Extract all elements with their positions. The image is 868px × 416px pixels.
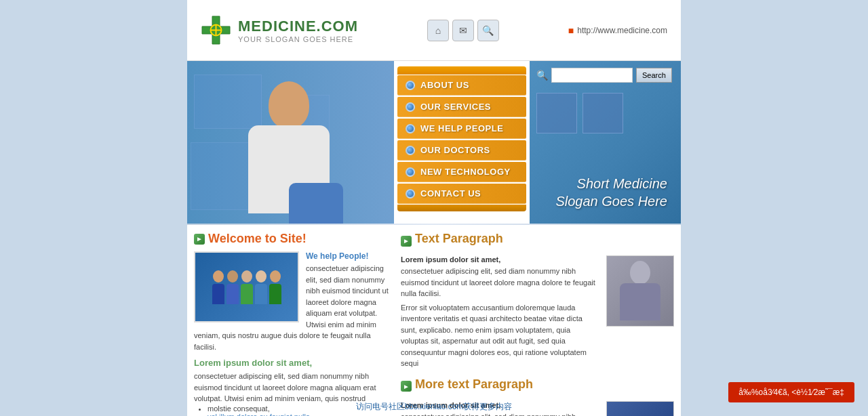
- nav-item-help[interactable]: WE HELP PEOPLE: [397, 119, 526, 139]
- home-button[interactable]: ⌂: [427, 20, 449, 41]
- welcome-heading: Welcome to Site!: [208, 232, 307, 246]
- search-submit-button[interactable]: Search: [636, 68, 672, 83]
- text-para-heading: Text Paragraph: [415, 232, 503, 246]
- doctor-body: [248, 125, 330, 213]
- welcome-section-title: ► Welcome to Site!: [194, 232, 391, 246]
- nav-label-services: OUR SERVICES: [420, 102, 491, 112]
- logo-area: MEDICINE.COM YOUR SLOGAN GOES HERE: [201, 15, 358, 45]
- fig5-head: [270, 270, 281, 283]
- nav-top-bar: [397, 66, 526, 75]
- para-text-2: Lorem ipsum dolor sit amet, consectetuer…: [401, 401, 599, 417]
- header-icons: ⌂ ✉ 🔍: [427, 20, 499, 41]
- site-url: http://www.medicine.com: [577, 26, 667, 35]
- lorem-body-left: consectetuer adipiscing elit, sed diam n…: [194, 371, 391, 404]
- left-column: ► Welcome to Site!: [194, 232, 391, 416]
- para-body-text-2: Error sit voluoptatem accusantium dolore…: [401, 302, 599, 369]
- fig1-head: [213, 270, 224, 283]
- mail-icon: ✉: [459, 25, 467, 36]
- site-slogan: YOUR SLOGAN GOES HERE: [238, 35, 358, 43]
- para-body-text-1: consectetuer adipiscing elit, sed diam n…: [401, 266, 599, 299]
- fig5-body: [269, 284, 281, 304]
- bullet-item-1: molstie consequat,: [208, 404, 391, 413]
- mail-button[interactable]: ✉: [452, 20, 474, 41]
- content-area: ► Welcome to Site!: [187, 225, 681, 416]
- team-figures: [212, 270, 281, 304]
- text-para-section-title: ► Text Paragraph: [401, 232, 674, 250]
- nav-bullet-doctors: [406, 146, 415, 155]
- doc-sil-head: [630, 261, 650, 285]
- nav-label-doctors: OUR DOCTORS: [420, 145, 490, 155]
- fig3-body: [241, 284, 253, 304]
- slogan-box: Short Medicine Slogan Goes Here: [536, 168, 674, 217]
- nav-label-technology: NEW TECHNOLOGY: [420, 167, 511, 177]
- para-text-1: Lorem ipsum dolor sit amet, consectetuer…: [401, 255, 599, 369]
- nav-bullet-services: [406, 102, 415, 112]
- fig4-body: [255, 284, 267, 304]
- magnifier-icon: 🔍: [482, 25, 494, 36]
- para-block-1: Lorem ipsum dolor sit amet, consectetuer…: [401, 255, 674, 369]
- nav-bullet-about: [406, 81, 415, 90]
- doctor-figure: [221, 75, 357, 224]
- search-small-icon: 🔍: [536, 70, 548, 81]
- nav-item-doctors[interactable]: OUR DOCTORS: [397, 140, 526, 161]
- deco-box-right-2: [583, 93, 623, 133]
- nav-label-about: ABOUT US: [420, 80, 469, 90]
- page-wrapper: MEDICINE.COM YOUR SLOGAN GOES HERE ⌂ ✉ 🔍…: [0, 0, 868, 416]
- nav-bottom-bar: [397, 205, 526, 211]
- bottom-popup[interactable]: å‰%oå3⁄4€ã, <è½1⁄2æ˜¯æ‡: [728, 382, 854, 402]
- rss-icon: ■: [568, 25, 574, 36]
- figure-1: [212, 270, 224, 304]
- nav-item-about[interactable]: ABOUT US: [397, 75, 526, 96]
- fig2-body: [226, 284, 239, 304]
- right-panel: 🔍 Search Short Medicine Slogan Goes Here: [530, 61, 681, 224]
- nav-area: ABOUT US OUR SERVICES WE HELP PEOPLE OUR…: [187, 61, 681, 224]
- bullet-item-2: vel illum dolore eu feugiat nulla: [208, 413, 391, 417]
- para-image-1: [606, 255, 674, 327]
- deco-box-right-1: [536, 93, 577, 133]
- more-para-heading: More text Paragraph: [415, 377, 533, 392]
- fig1-body: [212, 284, 224, 304]
- nav-item-contact[interactable]: CONTACT US: [397, 184, 526, 204]
- slogan-line2: Slogan Goes Here: [543, 192, 667, 210]
- nav-label-contact: CONTACT US: [420, 188, 481, 199]
- nav-item-technology[interactable]: NEW TECHNOLOGY: [397, 162, 526, 182]
- text-para-icon: ►: [401, 236, 412, 247]
- team-photo: [194, 251, 299, 323]
- deco-boxes-right: [536, 89, 674, 161]
- doc-sil-body: [620, 283, 660, 320]
- logo-text: MEDICINE.COM YOUR SLOGAN GOES HERE: [238, 18, 358, 43]
- bullet-list-left: molstie consequat, vel illum dolore eu f…: [194, 404, 391, 417]
- search-input[interactable]: [551, 68, 633, 83]
- logo-icon: [201, 15, 231, 45]
- nav-menu: ABOUT US OUR SERVICES WE HELP PEOPLE OUR…: [394, 61, 530, 224]
- fig4-head: [256, 270, 267, 283]
- nav-bullet-help: [406, 124, 415, 133]
- more-para-icon: ►: [401, 381, 412, 392]
- right-column: ► Text Paragraph Lorem ipsum dolor sit a…: [401, 232, 674, 416]
- doctor-shirt: [289, 183, 343, 224]
- more-para-section-title: ► More text Paragraph: [401, 377, 674, 396]
- para-bold-intro-1: Lorem ipsum dolor sit amet,: [401, 255, 599, 264]
- more-para-bold-intro: Lorem ipsum dolor sit amet,: [401, 401, 599, 409]
- nav-bullet-contact: [406, 189, 415, 199]
- nav-label-help: WE HELP PEOPLE: [420, 123, 503, 133]
- slogan-line1: Short Medicine: [543, 175, 667, 192]
- lorem-title-left: Lorem ipsum dolor sit amet,: [194, 358, 391, 368]
- fig2-head: [227, 270, 238, 283]
- welcome-icon: ►: [194, 234, 205, 245]
- doc-silhouette: [613, 257, 667, 325]
- home-icon: ⌂: [435, 25, 441, 36]
- figure-2: [226, 270, 239, 304]
- doctor-head: [269, 81, 309, 129]
- main-container: MEDICINE.COM YOUR SLOGAN GOES HERE ⌂ ✉ 🔍…: [187, 0, 681, 416]
- figure-5: [269, 270, 281, 304]
- nav-bullet-technology: [406, 167, 415, 177]
- search-button[interactable]: 🔍: [477, 20, 499, 41]
- para-image-2: [606, 401, 674, 417]
- rss-area: ■ http://www.medicine.com: [568, 25, 667, 36]
- nav-item-services[interactable]: OUR SERVICES: [397, 97, 526, 117]
- bottom-popup-text: å‰%oå3⁄4€ã, <è½1⁄2æ˜¯æ‡: [738, 388, 844, 397]
- figure-4: [255, 270, 267, 304]
- figure-3: [241, 270, 253, 304]
- site-header: MEDICINE.COM YOUR SLOGAN GOES HERE ⌂ ✉ 🔍…: [187, 0, 681, 61]
